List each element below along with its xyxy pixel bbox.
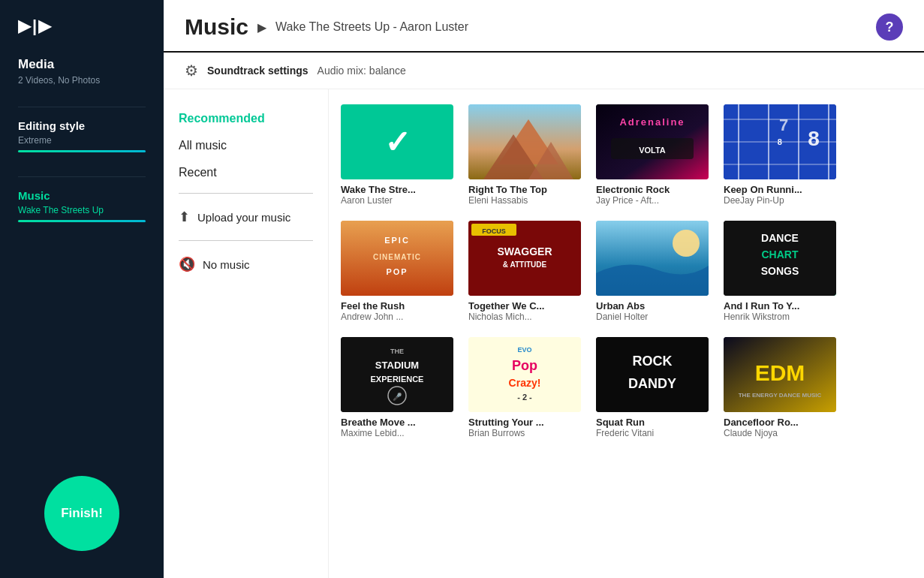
svg-text:FOCUS: FOCUS [482, 227, 506, 235]
music-card-artist: Eleni Hassabis [468, 195, 581, 206]
content-area: Recommended All music Recent ⬆ Upload yo… [164, 89, 924, 578]
svg-text:STADIUM: STADIUM [375, 360, 419, 371]
music-grid: ✓Wake The Stre...Aaron Luster Right To T… [341, 104, 912, 438]
svg-text:EXPERIENCE: EXPERIENCE [371, 375, 424, 384]
music-card-title: Dancefloor Ro... [724, 417, 836, 428]
svg-text:THE ENERGY DANCE MUSIC: THE ENERGY DANCE MUSIC [739, 392, 822, 399]
music-card-title: Breathe Move ... [341, 417, 453, 428]
sidebar-editing-value: Extreme [18, 135, 146, 146]
nav-divider-1 [179, 193, 313, 194]
music-card-title: Urban Abs [596, 300, 709, 312]
sidebar-editing-bar [18, 150, 146, 152]
music-card[interactable]: Right To The TopEleni Hassabis [468, 104, 581, 206]
left-nav: Recommended All music Recent ⬆ Upload yo… [164, 89, 329, 578]
svg-text:CHART: CHART [762, 248, 799, 260]
upload-icon: ⬆ [179, 209, 190, 225]
svg-text:SWAGGER: SWAGGER [497, 245, 552, 257]
music-card[interactable]: Adrenaline VOLTA Electronic RockJay Pric… [596, 104, 709, 206]
sidebar-music-value: Wake The Streets Up [18, 205, 146, 215]
svg-text:DANDY: DANDY [628, 376, 676, 391]
music-card-title: And I Run To Y... [724, 300, 836, 312]
music-card[interactable]: Urban AbsDaniel Holter [596, 221, 709, 322]
music-card-artist: Henrik Wikstrom [724, 312, 836, 322]
music-card-artist: Brian Burrows [468, 428, 581, 438]
music-card[interactable]: 8 7 8Keep On Runni...DeeJay Pin-Up [724, 104, 836, 206]
music-card[interactable]: FOCUS SWAGGER & ATTITUDE Together We C..… [468, 221, 581, 322]
nav-all-music[interactable]: All music [179, 134, 313, 157]
music-card-artist: Daniel Holter [596, 312, 709, 322]
music-card[interactable]: THE STADIUM EXPERIENCE 🎤 Breathe Move ..… [341, 337, 453, 438]
music-card-title: Electronic Rock [596, 184, 709, 195]
nav-upload-label: Upload your music [197, 211, 290, 224]
nav-recent[interactable]: Recent [179, 161, 313, 184]
main-area: Music ▶ Wake The Streets Up - Aaron Lust… [164, 0, 924, 578]
sidebar-editing-section: Editing style Extreme [0, 119, 164, 170]
music-card-artist: Aaron Luster [341, 195, 453, 206]
sidebar-editing-title: Editing style [18, 119, 146, 132]
music-card-title: Right To The Top [468, 184, 581, 195]
music-card-artist: Andrew John ... [341, 312, 453, 322]
svg-text:ROCK: ROCK [633, 354, 673, 369]
svg-rect-44 [596, 337, 709, 412]
gear-icon: ⚙ [185, 62, 198, 80]
page-header: Music ▶ Wake The Streets Up - Aaron Lust… [164, 0, 924, 53]
sidebar-media-section: Media 2 Videos, No Photos [0, 57, 164, 101]
nav-no-music[interactable]: 🔇 No music [179, 250, 313, 278]
sidebar-media-title: Media [18, 57, 146, 72]
nav-divider-2 [179, 240, 313, 241]
svg-text:CINEMATIC: CINEMATIC [373, 253, 421, 261]
svg-text:- 2 -: - 2 - [517, 393, 532, 402]
sidebar-music-bar [18, 220, 146, 222]
settings-bar[interactable]: ⚙ Soundtrack settings Audio mix: balance [164, 53, 924, 89]
sidebar-music-title: Music [18, 189, 146, 202]
svg-point-28 [673, 230, 700, 257]
music-card-artist: Jay Price - Aft... [596, 195, 709, 206]
svg-text:🎤: 🎤 [393, 392, 402, 402]
music-card[interactable]: EVO Pop Crazy! - 2 - Strutting Your ...B… [468, 337, 581, 438]
svg-text:THE: THE [390, 348, 404, 355]
music-card-artist: Frederic Vitani [596, 428, 709, 438]
finish-button[interactable]: Finish! [44, 476, 119, 551]
music-card-artist: Nicholas Mich... [468, 312, 581, 322]
header-left: Music ▶ Wake The Streets Up - Aaron Lust… [185, 14, 468, 40]
music-card-title: Squat Run [596, 417, 709, 428]
svg-text:EVO: EVO [517, 346, 531, 354]
sidebar: ▶|▶ Media 2 Videos, No Photos Editing st… [0, 0, 164, 578]
sidebar-music-section[interactable]: Music Wake The Streets Up [0, 189, 164, 237]
page-title: Music [185, 14, 248, 40]
music-card[interactable]: ROCK DANDY Squat RunFrederic Vitani [596, 337, 709, 438]
no-music-icon: 🔇 [179, 256, 195, 272]
music-card[interactable]: ✓Wake The Stre...Aaron Luster [341, 104, 453, 206]
svg-text:SONGS: SONGS [761, 265, 799, 277]
svg-text:EDM: EDM [755, 360, 805, 385]
svg-text:POP: POP [386, 267, 408, 276]
settings-value: Audio mix: balance [318, 65, 406, 77]
music-card[interactable]: EPIC CINEMATIC POP Feel the RushAndrew J… [341, 221, 453, 322]
nav-upload[interactable]: ⬆ Upload your music [179, 203, 313, 231]
nav-recommended[interactable]: Recommended [179, 107, 313, 130]
svg-text:Crazy!: Crazy! [509, 377, 541, 389]
sidebar-divider-1 [18, 107, 146, 107]
svg-text:Pop: Pop [512, 358, 537, 373]
music-card-title: Wake The Stre... [341, 184, 453, 195]
music-card-artist: Claude Njoya [724, 428, 836, 438]
music-card-title: Feel the Rush [341, 300, 453, 312]
svg-text:VOLTA: VOLTA [639, 146, 666, 155]
music-grid-area: ✓Wake The Stre...Aaron Luster Right To T… [329, 89, 924, 578]
svg-text:& ATTITUDE: & ATTITUDE [503, 260, 547, 269]
play-icon: ▶ [257, 20, 266, 35]
music-card-artist: DeeJay Pin-Up [724, 195, 836, 206]
sidebar-media-sub: 2 Videos, No Photos [18, 75, 146, 86]
svg-text:Adrenaline: Adrenaline [619, 116, 685, 128]
sidebar-logo: ▶|▶ [0, 0, 164, 57]
logo-icon: ▶|▶ [18, 17, 53, 36]
music-card-title: Keep On Runni... [724, 184, 836, 195]
music-card-title: Strutting Your ... [468, 417, 581, 428]
svg-text:EPIC: EPIC [384, 236, 410, 245]
header-track: Wake The Streets Up - Aaron Luster [275, 20, 468, 34]
music-card[interactable]: EDM THE ENERGY DANCE MUSIC Dancefloor Ro… [724, 337, 836, 438]
music-card[interactable]: DANCE CHART SONGS And I Run To Y...Henri… [724, 221, 836, 322]
help-button[interactable]: ? [876, 14, 903, 41]
music-card-artist: Maxime Lebid... [341, 428, 453, 438]
settings-label: Soundtrack settings [207, 65, 309, 77]
